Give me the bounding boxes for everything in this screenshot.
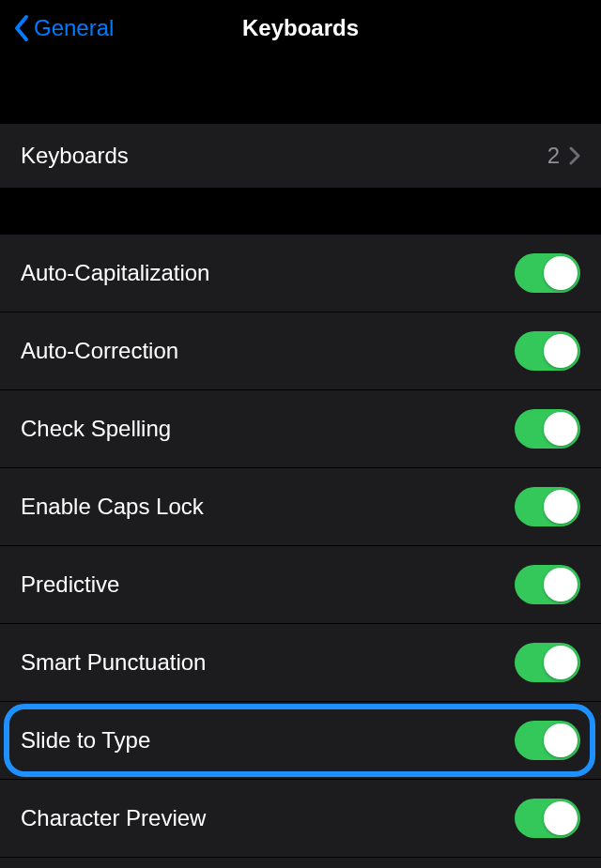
keyboards-count: 2 (547, 143, 560, 169)
toggle-switch[interactable] (515, 721, 580, 760)
toggle-switch[interactable] (515, 643, 580, 682)
chevron-right-icon (569, 146, 580, 165)
toggle-knob (544, 256, 578, 290)
section-spacer (0, 188, 601, 235)
section-spacer (0, 56, 601, 124)
chevron-left-icon (13, 14, 30, 42)
toggle-row: Auto-Correction (0, 312, 601, 390)
toggle-row: Auto-Capitalization (0, 235, 601, 312)
back-button-label: General (34, 15, 114, 41)
nav-bar: General Keyboards (0, 0, 601, 56)
toggle-knob (544, 568, 578, 602)
toggle-knob (544, 646, 578, 679)
toggle-row: "." Shortcut (0, 858, 601, 868)
toggle-row-label: Enable Caps Lock (21, 494, 204, 520)
back-button[interactable]: General (0, 14, 114, 42)
toggles-section: Auto-CapitalizationAuto-CorrectionCheck … (0, 235, 601, 868)
toggle-row-label: Character Preview (21, 805, 206, 831)
toggle-switch[interactable] (515, 487, 580, 526)
keyboards-link-row[interactable]: Keyboards 2 (0, 124, 601, 188)
toggle-switch[interactable] (515, 565, 580, 604)
toggle-row: Predictive (0, 546, 601, 624)
toggle-row-label: Slide to Type (21, 727, 150, 754)
keyboards-link-label: Keyboards (21, 143, 129, 169)
toggle-row-label: Auto-Capitalization (21, 260, 209, 286)
toggle-row: Character Preview (0, 780, 601, 858)
toggle-row: Check Spelling (0, 390, 601, 468)
keyboards-section: Keyboards 2 (0, 124, 601, 188)
toggle-row-label: Auto-Correction (21, 338, 178, 364)
toggle-knob (544, 334, 578, 368)
toggle-knob (544, 412, 578, 446)
toggle-row-label: Smart Punctuation (21, 649, 206, 676)
toggle-row: Slide to Type (0, 702, 601, 780)
toggle-switch[interactable] (515, 253, 580, 293)
toggle-knob (544, 723, 578, 757)
toggle-row-label: Predictive (21, 571, 119, 598)
toggle-row-label: Check Spelling (21, 416, 171, 442)
toggle-switch[interactable] (515, 799, 580, 838)
toggle-row: Smart Punctuation (0, 624, 601, 702)
toggle-switch[interactable] (515, 409, 580, 449)
toggle-switch[interactable] (515, 331, 580, 371)
toggle-knob (544, 801, 578, 835)
toggle-knob (544, 490, 578, 524)
toggle-row: Enable Caps Lock (0, 468, 601, 546)
